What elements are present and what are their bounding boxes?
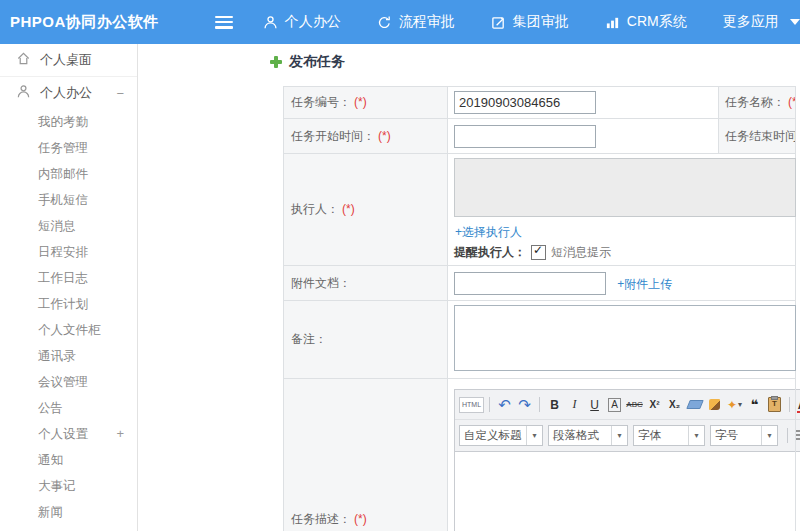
remind-label: 提醒执行人：: [454, 244, 526, 261]
bold-button[interactable]: B: [545, 396, 564, 414]
font-family-dropdown[interactable]: 字体▾: [633, 425, 705, 446]
subscript-button[interactable]: X₂: [665, 396, 684, 414]
sidebar: 个人桌面 个人办公 − 我的考勤 任务管理 内部邮件 手机短信 短消息 日程安排…: [0, 44, 138, 531]
nav-item-personal-office[interactable]: 个人办公: [263, 13, 341, 31]
app-logo: PHPOA协同办公软件: [10, 13, 159, 32]
sidebar-item-notice[interactable]: 通知: [0, 447, 137, 473]
task-no-input[interactable]: [454, 91, 596, 114]
sidebar-item-label: 个人办公: [40, 84, 92, 102]
font-size-dropdown[interactable]: 字号▾: [710, 425, 778, 446]
select-executor-link[interactable]: +选择执行人: [455, 224, 789, 241]
nav-item-crm[interactable]: CRM系统: [605, 13, 687, 31]
paragraph-format-dropdown[interactable]: 段落格式▾: [548, 425, 628, 446]
remove-format-button[interactable]: [685, 396, 704, 414]
table-row: 任务编号：(*) 任务名称：(*): [284, 87, 796, 119]
page-title: 发布任务: [269, 53, 345, 71]
sidebar-item-schedule[interactable]: 日程安排: [0, 239, 137, 265]
table-row: 附件文档： +附件上传: [284, 266, 796, 301]
remark-label: 备注：: [291, 332, 327, 346]
blockquote-button[interactable]: ❝: [745, 396, 764, 414]
sidebar-item-personal-office[interactable]: 个人办公 −: [0, 77, 137, 109]
required-mark: (*): [378, 129, 391, 143]
sidebar-item-big-events[interactable]: 大事记: [0, 473, 137, 499]
sidebar-item-contacts[interactable]: 通讯录: [0, 343, 137, 369]
sidebar-item-short-message[interactable]: 短消息: [0, 213, 137, 239]
caret-down-icon: ▾: [526, 426, 542, 445]
caret-down-icon: ▾: [761, 426, 777, 445]
description-label: 任务描述：: [291, 512, 351, 526]
format-brush-button[interactable]: [705, 396, 724, 414]
sidebar-item-work-plan[interactable]: 工作计划: [0, 291, 137, 317]
executor-label: 执行人：: [291, 202, 339, 216]
edit-icon: [491, 15, 506, 30]
sidebar-item-meeting-management[interactable]: 会议管理: [0, 369, 137, 395]
add-icon: [269, 55, 283, 69]
attachment-upload-link[interactable]: +附件上传: [617, 277, 672, 291]
required-mark: (*): [788, 95, 795, 109]
remind-row: 提醒执行人： 短消息提示: [454, 244, 789, 261]
sidebar-item-internal-mail[interactable]: 内部邮件: [0, 161, 137, 187]
attachment-input[interactable]: [454, 272, 606, 295]
sidebar-item-task-management[interactable]: 任务管理: [0, 135, 137, 161]
expand-icon[interactable]: +: [116, 421, 124, 447]
collapse-icon[interactable]: −: [116, 86, 124, 101]
divider: [489, 397, 490, 412]
sidebar-item-my-attendance[interactable]: 我的考勤: [0, 109, 137, 135]
table-row: 执行人：(*) +选择执行人 提醒执行人： 短消息提示: [284, 154, 796, 266]
align-left-icon: [796, 429, 800, 442]
nav-label: 流程审批: [399, 13, 455, 31]
sidebar-item-desktop[interactable]: 个人桌面: [0, 44, 137, 77]
sidebar-item-announcement[interactable]: 公告: [0, 395, 137, 421]
nav-item-group-approval[interactable]: 集团审批: [491, 13, 569, 31]
table-row: 任务开始时间：(*) 任务结束时间：(*): [284, 119, 796, 154]
table-row: 任务描述：(*) HTML ↶ ↷ B I U A: [284, 379, 796, 531]
sidebar-item-work-log[interactable]: 工作日志: [0, 265, 137, 291]
brush-icon: [709, 399, 720, 410]
sms-remind-option-label: 短消息提示: [551, 244, 611, 261]
nav-label: 集团审批: [513, 13, 569, 31]
editor-toolbar-row2: 自定义标题▾ 段落格式▾ 字体▾ 字号▾: [455, 420, 800, 452]
sidebar-item-label: 个人桌面: [40, 51, 92, 69]
italic-button[interactable]: I: [565, 396, 584, 414]
sidebar-item-personal-settings[interactable]: 个人设置 +: [0, 421, 137, 447]
sidebar-item-personal-files[interactable]: 个人文件柜: [0, 317, 137, 343]
underline-button[interactable]: U: [585, 396, 604, 414]
task-form: 任务编号：(*) 任务名称：(*) 任务开始时间：(*) 任务结束时间：(*): [283, 86, 796, 531]
person-icon: [263, 15, 278, 30]
editor-toolbar-row1: HTML ↶ ↷ B I U A ABC X² X₂: [455, 390, 800, 420]
caret-down-icon: ▾: [688, 426, 704, 445]
start-time-label: 任务开始时间：: [291, 129, 375, 143]
caret-down-icon: [790, 19, 800, 25]
main-content: 发布任务 任务编号：(*) 任务名称：(*) 任务开始时间：(*): [138, 44, 800, 531]
attachment-label: 附件文档：: [291, 276, 351, 290]
redo-button[interactable]: ↷: [515, 396, 534, 414]
table-row: 备注：: [284, 301, 796, 379]
page-title-text: 发布任务: [289, 53, 345, 71]
nav-menu: 个人办公 流程审批 集团审批 CRM系统 更多应用: [263, 13, 800, 31]
person-icon: [16, 84, 40, 102]
sms-remind-checkbox[interactable]: [531, 245, 546, 260]
divider: [787, 428, 788, 443]
nav-item-more-apps[interactable]: 更多应用: [723, 13, 800, 31]
task-name-label: 任务名称：: [725, 95, 785, 109]
undo-button[interactable]: ↶: [495, 396, 514, 414]
executor-textarea[interactable]: [454, 158, 796, 217]
caret-down-icon: ▾: [611, 426, 627, 445]
custom-heading-dropdown[interactable]: 自定义标题▾: [459, 425, 543, 446]
menu-icon[interactable]: [215, 16, 233, 29]
nav-item-workflow-approval[interactable]: 流程审批: [377, 13, 455, 31]
autoformat-button[interactable]: ✦▾: [725, 396, 744, 414]
html-source-button[interactable]: HTML: [459, 397, 484, 413]
font-color-button[interactable]: A▾: [795, 396, 800, 414]
font-background-button[interactable]: A: [605, 396, 624, 414]
start-time-input[interactable]: [454, 125, 596, 148]
align-left-button[interactable]: [794, 427, 800, 445]
paste-button[interactable]: [765, 396, 784, 414]
divider: [789, 397, 790, 412]
sidebar-item-sms[interactable]: 手机短信: [0, 187, 137, 213]
strikethrough-button[interactable]: ABC: [625, 396, 644, 414]
editor-content-area[interactable]: [455, 452, 800, 531]
remark-textarea[interactable]: [454, 305, 796, 371]
sidebar-item-news[interactable]: 新闻: [0, 499, 137, 525]
superscript-button[interactable]: X²: [645, 396, 664, 414]
